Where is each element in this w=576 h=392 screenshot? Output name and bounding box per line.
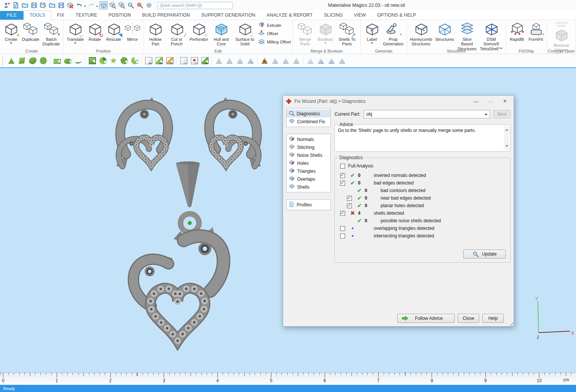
triangle-tool-11-button[interactable] xyxy=(337,56,347,66)
redo-button[interactable] xyxy=(87,1,96,9)
ribbon-item-extrude[interactable]: Extrude xyxy=(258,21,291,29)
dropdown-caret-icon[interactable] xyxy=(96,6,98,8)
ribbon-item-honeycomb-structures[interactable]: Honeycomb Structures xyxy=(409,21,434,47)
mark-triangle-button[interactable] xyxy=(6,56,16,66)
sidebar-item-holes[interactable]: Holes xyxy=(286,159,330,167)
wheel-selection-button[interactable] xyxy=(119,56,129,66)
tab-fix[interactable]: FIX xyxy=(51,11,70,20)
sidebar-item-noise-shells[interactable]: Noise Shells xyxy=(286,151,330,159)
triangle-tool-9-button[interactable] xyxy=(316,56,326,66)
current-part-combobox[interactable]: obj xyxy=(364,110,490,118)
zoom-in-button[interactable] xyxy=(127,1,135,9)
help-button[interactable]: Help xyxy=(482,314,504,323)
diagnostic-checkbox[interactable] xyxy=(340,234,345,239)
tab-options-help[interactable]: OPTIONS & HELP xyxy=(372,11,422,20)
minimize-button[interactable]: — xyxy=(471,98,482,104)
ribbon-item-dsm-somos-tetrashell[interactable]: DSM Somos® TetraShell™ xyxy=(479,21,504,51)
quick-search-input[interactable] xyxy=(157,2,233,9)
delete-marked-triangles-button[interactable] xyxy=(260,56,269,66)
cube-view-plain-button[interactable] xyxy=(179,56,189,66)
new-scene-button[interactable] xyxy=(12,1,20,9)
star-selection-button[interactable] xyxy=(108,56,118,66)
unzoom-button[interactable] xyxy=(136,1,144,9)
mark-shell-button[interactable] xyxy=(38,56,48,66)
rectangle-selection-button[interactable] xyxy=(52,56,62,66)
ribbon-item-create[interactable]: +Create xyxy=(2,21,20,45)
model-earring-left[interactable] xyxy=(116,98,168,168)
ribbon-item-shells-to-parts[interactable]: ↗Shells To Parts xyxy=(335,21,359,47)
dropdown-caret-icon[interactable] xyxy=(84,6,86,8)
triangle-tool-8-button[interactable] xyxy=(305,56,315,66)
update-button[interactable]: Update xyxy=(463,249,506,259)
tab-support-generation[interactable]: SUPPORT GENERATION xyxy=(196,11,261,20)
tab-build-preparation[interactable]: BUILD PREPARATION xyxy=(136,11,195,20)
triangle-tool-3-button[interactable] xyxy=(235,56,245,66)
select-cube-colored-button[interactable] xyxy=(165,56,175,66)
load-platform-button[interactable] xyxy=(48,1,56,9)
advice-scrollbar[interactable] xyxy=(504,126,509,150)
viewport-3d[interactable]: Y X Z Fix Wizard (Part: obj) > Diagnosti… xyxy=(0,68,576,372)
sidebar-item-stitching[interactable]: Stitching xyxy=(286,143,330,151)
tab-texture[interactable]: TEXTURE xyxy=(70,11,103,20)
tab-view[interactable]: VIEW xyxy=(348,11,371,20)
triangle-tool-7-button[interactable] xyxy=(291,56,301,66)
save-button[interactable] xyxy=(30,1,38,9)
triangle-tool-5-button[interactable] xyxy=(270,56,280,66)
model-pendant[interactable] xyxy=(133,228,223,341)
sidebar-item-triangles[interactable]: Triangles xyxy=(286,167,330,175)
tab-analyze-report[interactable]: ANALYZE & REPORT xyxy=(261,11,318,20)
tab-slicing[interactable]: SLICING xyxy=(318,11,348,20)
ribbon-item-hull-and-core[interactable]: Hull and Core xyxy=(210,21,232,47)
remove-part-button[interactable] xyxy=(66,1,74,9)
toolbar-drag-handle[interactable] xyxy=(2,56,4,65)
sidebar-item-profiles[interactable]: Profiles xyxy=(286,201,330,209)
open-project-button[interactable] xyxy=(21,1,29,9)
segment-selection-button[interactable] xyxy=(130,56,139,66)
mark-plane-button[interactable] xyxy=(17,56,27,66)
sidebar-item-overlaps[interactable]: Overlaps xyxy=(286,175,330,183)
ribbon-item-cut-or-punch[interactable]: ∕Cut or Punch xyxy=(166,21,188,47)
ribbon-item-formfit[interactable]: *FormFit xyxy=(527,21,545,42)
next-button[interactable]: Next xyxy=(493,110,511,118)
tab-tools[interactable]: TOOLS xyxy=(23,11,51,20)
ribbon-item-milling-offset[interactable]: Milling Offset xyxy=(258,38,291,46)
diagnostic-checkbox[interactable] xyxy=(340,211,345,216)
triangle-tool-6-button[interactable] xyxy=(281,56,291,66)
triangle-tool-2-button[interactable] xyxy=(225,56,234,66)
cube-view-shell-button[interactable] xyxy=(200,56,210,66)
ribbon-item-perforator[interactable]: ○Perforator xyxy=(188,21,209,42)
close-window-button[interactable]: × xyxy=(499,98,511,105)
tab-file[interactable]: FILE xyxy=(0,11,23,20)
sidebar-item-diagnostics[interactable]: Diagnostics xyxy=(286,110,330,118)
select-cube-shell-button[interactable] xyxy=(154,56,164,66)
ribbon-item-offset[interactable]: Offset xyxy=(258,29,291,38)
diagnostic-checkbox[interactable] xyxy=(347,196,352,201)
ribbon-item-boolean[interactable]: Boolean xyxy=(316,21,334,45)
ribbon-item-mirror[interactable]: Mirror xyxy=(124,21,142,42)
ribbon-item-rotate[interactable]: ↻Rotate xyxy=(86,21,104,42)
ribbon-item-prop-generation[interactable]: *Prop Generation xyxy=(382,21,404,47)
diagnostic-checkbox[interactable] xyxy=(340,226,345,231)
ribbon-item-surface-to-solid[interactable]: →Surface to Solid xyxy=(233,21,256,47)
scroll-up-icon[interactable] xyxy=(505,127,508,131)
triangle-tool-1-button[interactable] xyxy=(214,56,224,66)
sidebar-item-normals[interactable]: Normals xyxy=(286,135,330,143)
diagnostic-checkbox[interactable] xyxy=(340,173,345,178)
diagnostic-checkbox[interactable] xyxy=(347,203,352,208)
ribbon-item-merge-parts[interactable]: Merge Parts xyxy=(295,21,316,47)
zoom-to-part-button[interactable] xyxy=(108,1,117,9)
follow-advice-button[interactable]: Follow Advice xyxy=(397,314,455,323)
ribbon-item-label[interactable]: ALabel xyxy=(363,21,381,45)
sidebar-item-shells[interactable]: Shells xyxy=(286,183,330,191)
brush-selection-button[interactable] xyxy=(98,56,108,66)
save-as-button[interactable] xyxy=(39,1,47,9)
customize-settings-button[interactable] xyxy=(145,1,153,9)
ribbon-item-rescale[interactable]: ◥Rescale xyxy=(105,21,123,42)
model-earring-right[interactable] xyxy=(209,98,261,168)
polyline-selection-button[interactable] xyxy=(73,56,83,66)
close-button[interactable]: Close xyxy=(458,314,479,323)
window-triangle-selection-button[interactable] xyxy=(87,56,97,66)
ribbon-item-batch-duplicate[interactable]: *Batch Duplicate xyxy=(41,21,61,47)
ribbon-item-duplicate[interactable]: Duplicate xyxy=(21,21,40,42)
mark-surface-button[interactable] xyxy=(28,56,37,66)
